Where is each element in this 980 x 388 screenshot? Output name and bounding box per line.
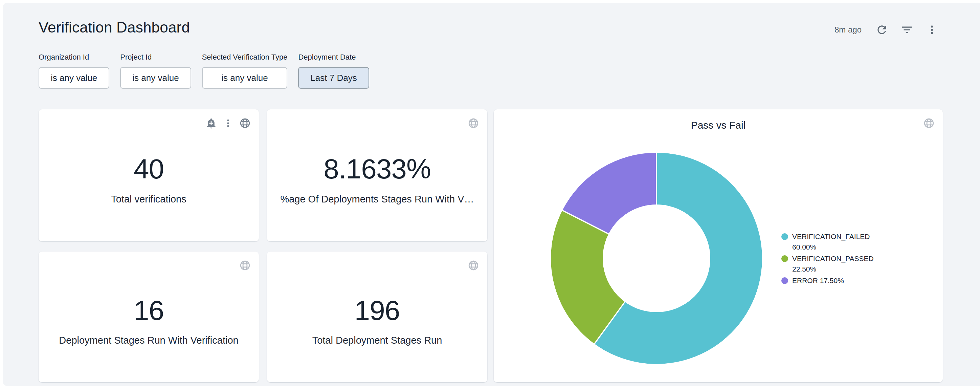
header-actions: 8m ago — [835, 20, 939, 39]
tile-actions — [468, 118, 479, 129]
refresh-icon — [875, 23, 888, 36]
kpi-tile-total-verifications: 40 Total verifications — [38, 109, 259, 241]
legend-label: ERROR 17.50% — [792, 275, 877, 286]
chart-title: Pass vs Fail — [494, 120, 943, 131]
filter-label: Selected Verification Type — [202, 53, 288, 62]
globe-icon — [468, 118, 479, 129]
organization-id-filter-button[interactable]: is any value — [38, 67, 109, 89]
project-id-filter-button[interactable]: is any value — [120, 67, 191, 89]
alert-bell-button[interactable] — [205, 118, 217, 129]
legend-item-error[interactable]: ERROR 17.50% — [781, 275, 877, 286]
legend-item-verification_failed[interactable]: VERIFICATION_FAILED 60.00% — [781, 231, 877, 252]
tile-more-button[interactable] — [222, 118, 234, 129]
kpi-value: 40 — [38, 153, 259, 185]
legend-dot — [781, 255, 788, 262]
legend-label: VERIFICATION_FAILED 60.00% — [792, 231, 877, 252]
selected-verification-type-filter-button[interactable]: is any value — [202, 67, 288, 89]
page-title: Verification Dashboard — [38, 19, 190, 36]
kpi-label: %age Of Deployments Stages Run With V… — [267, 194, 487, 205]
deployment-date-filter-button[interactable]: Last 7 Days — [298, 67, 369, 89]
kpi-tile-total-deployment-stages-run: 196 Total Deployment Stages Run — [267, 252, 487, 382]
filter-label: Deployment Date — [298, 53, 369, 62]
legend-dot — [781, 233, 788, 240]
filter-project-id: Project Id is any value — [120, 53, 191, 89]
globe-icon — [239, 118, 251, 129]
explore-globe-button[interactable] — [468, 118, 479, 129]
kebab-menu-icon — [926, 23, 939, 36]
filter-icon — [900, 23, 913, 36]
filter-toggle-button[interactable] — [899, 22, 914, 37]
globe-icon — [468, 260, 479, 271]
kpi-value: 16 — [38, 295, 259, 326]
kebab-menu-icon — [222, 118, 234, 129]
kpi-tile-pct-stages-with-verification: 8.1633% %age Of Deployments Stages Run W… — [267, 109, 487, 241]
legend-dot — [781, 277, 788, 284]
explore-globe-button[interactable] — [923, 118, 935, 129]
kpi-value: 8.1633% — [267, 153, 487, 185]
tile-actions — [468, 260, 479, 271]
dashboard-canvas: Verification Dashboard 8m ago Organizati… — [3, 3, 980, 386]
dashboard-more-button[interactable] — [924, 22, 939, 37]
filter-selected-verification-type: Selected Verification Type is any value — [202, 53, 288, 89]
filter-label: Organization Id — [38, 53, 109, 62]
filter-organization-id: Organization Id is any value — [38, 53, 109, 89]
chart-legend: VERIFICATION_FAILED 60.00%VERIFICATION_P… — [781, 231, 877, 287]
verification-dashboard: { "header": { "title": "Verification Das… — [0, 0, 980, 388]
explore-globe-button[interactable] — [239, 118, 251, 129]
tile-actions — [239, 260, 251, 271]
tile-actions — [923, 118, 935, 129]
add-alert-icon — [205, 118, 217, 129]
filter-deployment-date: Deployment Date Last 7 Days — [298, 53, 369, 89]
globe-icon — [239, 260, 251, 271]
explore-globe-button[interactable] — [468, 260, 479, 271]
legend-label: VERIFICATION_PASSED 22.50% — [792, 253, 877, 274]
pass-vs-fail-chart-tile: Pass vs Fail VERIFICATION_FAILED 60.00%V… — [494, 109, 943, 382]
donut-chart — [545, 147, 768, 370]
globe-icon — [923, 118, 935, 129]
kpi-value: 196 — [267, 295, 487, 326]
filter-bar: Organization Id is any value Project Id … — [38, 53, 369, 89]
legend-item-verification_passed[interactable]: VERIFICATION_PASSED 22.50% — [781, 253, 877, 274]
explore-globe-button[interactable] — [239, 260, 251, 271]
kpi-label: Total verifications — [38, 194, 259, 205]
filter-label: Project Id — [120, 53, 191, 62]
kpi-tile-stages-run-with-verification: 16 Deployment Stages Run With Verificati… — [38, 252, 259, 382]
refresh-button[interactable] — [874, 22, 889, 37]
last-refresh-time: 8m ago — [835, 25, 862, 35]
kpi-label: Deployment Stages Run With Verification — [38, 335, 259, 346]
kpi-label: Total Deployment Stages Run — [267, 335, 487, 346]
tile-actions — [205, 118, 251, 129]
